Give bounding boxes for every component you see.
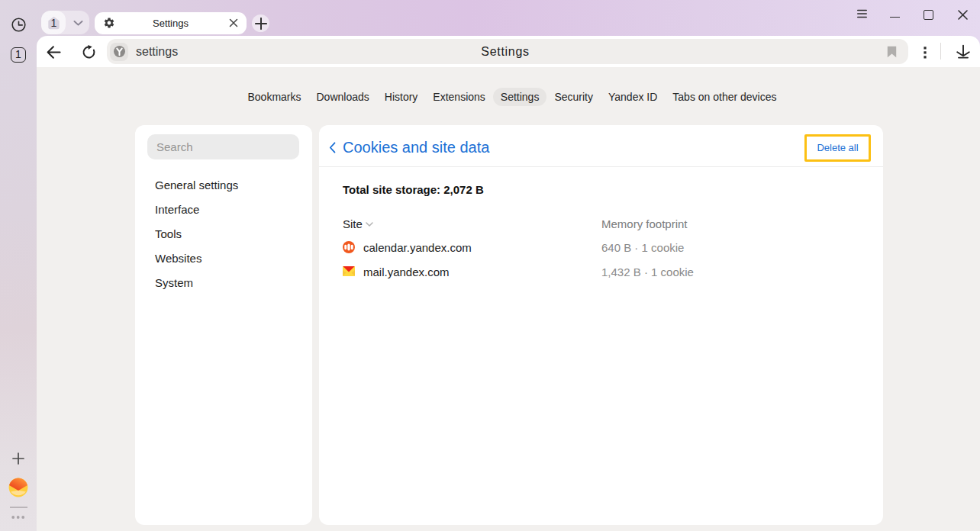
svg-text:1: 1 bbox=[50, 17, 56, 29]
